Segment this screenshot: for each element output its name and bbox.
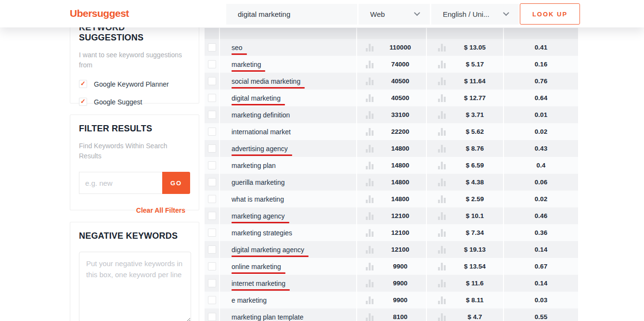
volume-chart-icon[interactable] bbox=[366, 162, 374, 169]
cpc-chart-icon[interactable] bbox=[438, 111, 447, 119]
keyword-link[interactable]: internet marketing bbox=[232, 280, 285, 287]
negative-keywords-textarea[interactable] bbox=[79, 252, 191, 321]
row-checkbox[interactable] bbox=[208, 43, 216, 51]
look-up-button[interactable]: LOOK UP bbox=[520, 3, 580, 25]
row-keyword-cell: e marketing bbox=[219, 292, 356, 308]
cpc-chart-icon[interactable] bbox=[438, 229, 447, 237]
cpc-chart-icon[interactable] bbox=[438, 195, 447, 203]
row-checkbox[interactable] bbox=[208, 313, 216, 321]
keyword-link[interactable]: social media marketing bbox=[232, 77, 300, 85]
cpc-chart-icon[interactable] bbox=[438, 296, 447, 304]
go-button[interactable]: GO bbox=[162, 172, 190, 194]
cpc-chart-icon[interactable] bbox=[438, 61, 447, 68]
keyword-link[interactable]: international market bbox=[232, 128, 291, 136]
keyword-link[interactable]: marketing agency bbox=[232, 212, 285, 220]
keyword-link[interactable]: marketing strategies bbox=[232, 229, 292, 237]
cpc-chart-icon[interactable] bbox=[438, 77, 447, 85]
row-checkbox[interactable] bbox=[208, 279, 216, 287]
keyword-link[interactable]: digital marketing agency bbox=[232, 246, 304, 254]
row-checkbox[interactable] bbox=[208, 111, 216, 119]
keyword-link[interactable]: marketing bbox=[232, 61, 261, 68]
cpc-chart-icon[interactable] bbox=[438, 94, 447, 102]
cpc-value: $ 3.71 bbox=[447, 111, 503, 118]
row-keyword-cell: marketing bbox=[219, 56, 356, 73]
cpc-chart-icon[interactable] bbox=[438, 179, 447, 186]
row-cpc-cell: $ 5.17 bbox=[426, 56, 503, 73]
cpc-value: $ 10.1 bbox=[447, 212, 503, 219]
keyword-link[interactable]: what is marketing bbox=[232, 195, 284, 203]
volume-chart-icon[interactable] bbox=[366, 280, 374, 287]
volume-chart-icon[interactable] bbox=[366, 179, 374, 186]
cpc-chart-icon[interactable] bbox=[438, 162, 447, 169]
row-checkbox[interactable] bbox=[208, 144, 216, 153]
volume-chart-icon[interactable] bbox=[366, 296, 374, 304]
google-suggest-checkbox[interactable] bbox=[79, 98, 87, 106]
cpc-chart-icon[interactable] bbox=[438, 313, 447, 321]
language-select[interactable]: English / Uni... bbox=[431, 4, 519, 25]
source-option-google-suggest[interactable]: Google Suggest bbox=[79, 98, 190, 106]
table-row: internet marketing 9900 $ 11.6 0.14 bbox=[205, 275, 578, 292]
row-checkbox[interactable] bbox=[208, 178, 216, 186]
table-header-row bbox=[205, 28, 578, 39]
row-checkbox[interactable] bbox=[208, 212, 216, 220]
keyword-link[interactable]: seo bbox=[232, 44, 243, 51]
keyword-link[interactable]: digital marketing bbox=[232, 94, 281, 102]
table-row: online marketing 9900 $ 13.54 0.67 bbox=[205, 258, 578, 275]
source-option-google-keyword-planner[interactable]: Google Keyword Planner bbox=[79, 80, 190, 88]
volume-value: 14800 bbox=[374, 195, 426, 203]
cpc-chart-icon[interactable] bbox=[438, 246, 447, 254]
clear-all-filters-link[interactable]: Clear All Filters bbox=[79, 206, 190, 214]
volume-chart-icon[interactable] bbox=[366, 263, 374, 270]
volume-chart-icon[interactable] bbox=[366, 246, 374, 254]
search-type-select[interactable]: Web bbox=[359, 4, 430, 25]
cpc-chart-icon[interactable] bbox=[438, 44, 447, 51]
cpc-value: $ 8.11 bbox=[447, 296, 503, 304]
volume-chart-icon[interactable] bbox=[366, 111, 374, 119]
row-checkbox[interactable] bbox=[208, 229, 216, 237]
row-checkbox[interactable] bbox=[208, 128, 216, 136]
volume-chart-icon[interactable] bbox=[366, 212, 374, 220]
keyword-link[interactable]: advertising agency bbox=[232, 145, 288, 153]
row-checkbox[interactable] bbox=[208, 195, 216, 203]
cpc-chart-icon[interactable] bbox=[438, 263, 447, 270]
row-volume-cell: 12100 bbox=[356, 241, 426, 258]
keyword-link[interactable]: e marketing bbox=[232, 296, 267, 304]
cpc-chart-icon[interactable] bbox=[438, 145, 447, 153]
volume-chart-icon[interactable] bbox=[366, 195, 374, 203]
header-cell-checkbox bbox=[205, 28, 219, 39]
keyword-link[interactable]: marketing definition bbox=[232, 111, 290, 119]
volume-chart-icon[interactable] bbox=[366, 145, 374, 153]
volume-chart-icon[interactable] bbox=[366, 94, 374, 102]
row-competition-cell: 0.02 bbox=[503, 191, 578, 207]
volume-chart-icon[interactable] bbox=[366, 61, 374, 68]
volume-value: 12100 bbox=[374, 246, 426, 253]
volume-chart-icon[interactable] bbox=[366, 44, 374, 51]
keyword-search-input[interactable] bbox=[226, 4, 357, 25]
volume-chart-icon[interactable] bbox=[366, 77, 374, 85]
keyword-link[interactable]: guerilla marketing bbox=[232, 179, 285, 186]
row-checkbox[interactable] bbox=[208, 262, 216, 270]
row-checkbox[interactable] bbox=[208, 245, 216, 254]
volume-chart-icon[interactable] bbox=[366, 128, 374, 136]
cpc-chart-icon[interactable] bbox=[438, 280, 447, 287]
ubersuggest-logo[interactable]: Ubersuggest bbox=[70, 8, 129, 19]
row-checkbox[interactable] bbox=[208, 161, 216, 169]
row-checkbox-cell bbox=[205, 56, 219, 73]
google-keyword-planner-checkbox[interactable] bbox=[79, 80, 87, 88]
keyword-link[interactable]: online marketing bbox=[232, 263, 281, 270]
keyword-link[interactable]: marketing plan template bbox=[232, 313, 303, 321]
row-checkbox[interactable] bbox=[208, 60, 216, 68]
cpc-chart-icon[interactable] bbox=[438, 212, 447, 220]
volume-chart-icon[interactable] bbox=[366, 229, 374, 237]
row-cpc-cell: $ 4.38 bbox=[426, 174, 503, 191]
cpc-chart-icon[interactable] bbox=[438, 128, 447, 136]
filter-keyword-input[interactable] bbox=[79, 172, 162, 194]
row-volume-cell: 110000 bbox=[356, 39, 426, 56]
row-checkbox[interactable] bbox=[208, 77, 216, 85]
row-checkbox[interactable] bbox=[208, 296, 216, 304]
competition-value: 0.43 bbox=[504, 145, 578, 152]
row-competition-cell: 0.16 bbox=[503, 56, 578, 73]
volume-chart-icon[interactable] bbox=[366, 313, 374, 321]
row-checkbox[interactable] bbox=[208, 94, 216, 102]
keyword-link[interactable]: marketing plan bbox=[232, 162, 276, 169]
